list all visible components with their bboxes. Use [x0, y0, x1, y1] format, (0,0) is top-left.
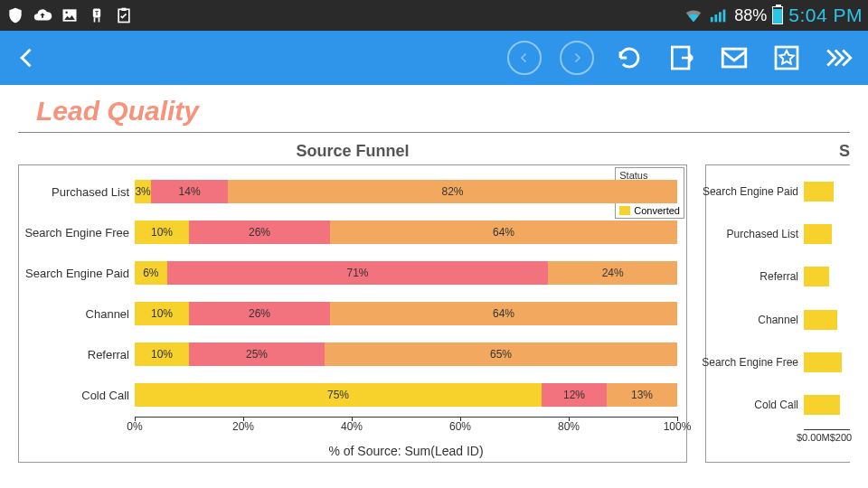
- bar-segment-invalid: 26%: [189, 302, 330, 325]
- side-bar-segment: [804, 310, 837, 330]
- side-bar-segment: [804, 267, 829, 286]
- bar-segment-converted: 10%: [135, 343, 189, 366]
- export-button[interactable]: [664, 40, 700, 76]
- bar-row: 10%26%64%: [135, 302, 677, 325]
- bar-segment-invalid: 14%: [151, 180, 228, 203]
- bar-segment-lost: 64%: [330, 302, 677, 325]
- toolbar-actions: [506, 40, 857, 76]
- svg-rect-7: [715, 14, 718, 22]
- side-chart-frame: Search Engine PaidPurchased ListReferral…: [705, 164, 850, 463]
- svg-rect-6: [711, 17, 713, 23]
- side-category-label: Search Engine Free: [702, 356, 798, 369]
- bar-row: 3%14%82%: [135, 180, 677, 203]
- side-x-tick: $0.00M$200: [797, 432, 852, 443]
- side-category-label: Purchased List: [727, 228, 798, 240]
- content-area: Lead Quality Source Funnel Status Lost I…: [0, 85, 868, 463]
- bar-segment-lost: 82%: [228, 180, 677, 203]
- side-bar-row: [804, 182, 850, 202]
- side-x-axis: $0.00M$200: [804, 429, 850, 462]
- source-funnel-chart[interactable]: Source Funnel Status Lost Invalid Conver…: [18, 136, 687, 463]
- bar-row: 10%25%65%: [135, 343, 677, 366]
- side-bar-segment: [804, 352, 842, 372]
- mail-button[interactable]: [716, 40, 752, 76]
- side-bar-row: [804, 310, 850, 330]
- clipboard-icon: [114, 5, 134, 25]
- status-right: 88% 5:04 PM: [684, 5, 863, 26]
- side-category-label: Search Engine Paid: [703, 185, 798, 198]
- signal-icon: [709, 5, 729, 25]
- bar-segment-invalid: 25%: [189, 343, 325, 366]
- category-label: Channel: [86, 306, 129, 320]
- category-label: Referral: [88, 347, 129, 361]
- side-chart-title-fragment: S: [705, 136, 850, 164]
- refresh-button[interactable]: [611, 40, 647, 76]
- bar-segment-lost: 65%: [325, 343, 677, 366]
- category-labels: Purchased ListSearch Engine FreeSearch E…: [19, 174, 133, 417]
- charts-row: Source Funnel Status Lost Invalid Conver…: [18, 136, 850, 463]
- svg-point-1: [65, 11, 68, 14]
- side-category-label: Cold Call: [754, 399, 798, 411]
- category-label: Purchased List: [52, 184, 129, 198]
- nav-next-button[interactable]: [559, 40, 595, 76]
- bar-segment-converted: 75%: [135, 383, 542, 407]
- bar-segment-lost: 24%: [548, 261, 677, 285]
- more-button[interactable]: [821, 40, 857, 76]
- android-status-bar: T 88% 5:04 PM: [0, 0, 868, 31]
- category-label: Search Engine Free: [24, 225, 129, 239]
- x-tick-label: 60%: [449, 420, 471, 433]
- wifi-icon: [684, 5, 703, 25]
- side-chart[interactable]: S Search Engine PaidPurchased ListReferr…: [705, 136, 850, 463]
- x-tick-label: 80%: [558, 420, 580, 433]
- battery-percent: 88%: [734, 6, 767, 25]
- favorite-button[interactable]: [769, 40, 805, 76]
- side-category-label: Referral: [760, 270, 798, 283]
- side-bars-area: [804, 174, 850, 429]
- svg-text:T: T: [95, 10, 99, 16]
- bar-segment-converted: 6%: [135, 261, 167, 285]
- cloud-upload-icon: [33, 5, 52, 25]
- side-bar-row: [804, 267, 850, 286]
- side-category-label: Channel: [758, 314, 798, 326]
- bar-row: 6%71%24%: [135, 261, 677, 285]
- bar-segment-converted: 3%: [135, 180, 151, 203]
- category-label: Search Engine Paid: [25, 266, 129, 279]
- side-bar-segment: [804, 395, 840, 415]
- side-category-labels: Search Engine PaidPurchased ListReferral…: [706, 174, 802, 429]
- category-label: Cold Call: [81, 388, 129, 401]
- picture-icon: [60, 5, 80, 25]
- app-toolbar: [0, 31, 868, 85]
- bar-segment-converted: 10%: [135, 302, 189, 325]
- bar-segment-invalid: 12%: [542, 383, 607, 407]
- x-tick-label: 100%: [664, 420, 692, 433]
- svg-rect-9: [723, 10, 726, 23]
- x-axis: 0%20%40%60%80%100% % of Source: Sum(Lead…: [135, 417, 677, 462]
- bar-segment-lost: 64%: [330, 221, 677, 244]
- bar-segment-invalid: 71%: [167, 261, 549, 285]
- side-bar-row: [804, 352, 850, 372]
- x-axis-title: % of Source: Sum(Lead ID): [135, 444, 677, 458]
- carrier-icon: T: [87, 5, 107, 25]
- side-bar-row: [804, 224, 850, 244]
- svg-rect-11: [722, 49, 746, 67]
- shield-icon: [5, 5, 25, 25]
- back-button[interactable]: [11, 42, 43, 74]
- x-tick-label: 40%: [341, 420, 363, 433]
- nav-prev-button[interactable]: [506, 40, 542, 76]
- side-bar-segment: [804, 182, 834, 202]
- page-title: Lead Quality: [18, 92, 850, 133]
- chart-title: Source Funnel: [18, 136, 687, 164]
- side-bar-row: [804, 395, 850, 415]
- bar-segment-converted: 10%: [135, 221, 189, 244]
- battery-icon: [772, 6, 783, 24]
- svg-rect-5: [122, 8, 127, 11]
- bar-segment-lost: 13%: [607, 383, 677, 407]
- clock-time: 5:04 PM: [788, 5, 863, 26]
- x-tick-label: 0%: [127, 420, 142, 433]
- x-tick-label: 20%: [232, 420, 254, 433]
- side-bar-segment: [804, 224, 832, 244]
- chart-frame: Status Lost Invalid Converted Purchased …: [18, 164, 687, 463]
- status-left-icons: T: [5, 5, 134, 25]
- svg-rect-8: [719, 12, 722, 22]
- bar-row: 10%26%64%: [135, 221, 677, 244]
- bar-segment-invalid: 26%: [189, 221, 330, 244]
